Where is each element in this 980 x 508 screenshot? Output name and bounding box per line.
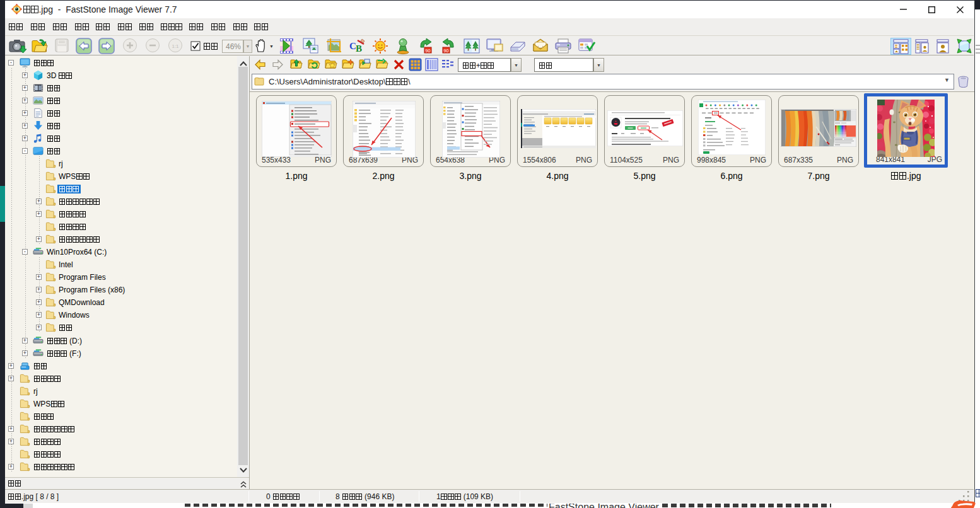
svg-text:90: 90 [443, 48, 448, 54]
svg-text:B: B [356, 43, 362, 54]
svg-text:1:1: 1:1 [172, 43, 179, 49]
svg-text:90: 90 [425, 48, 430, 54]
